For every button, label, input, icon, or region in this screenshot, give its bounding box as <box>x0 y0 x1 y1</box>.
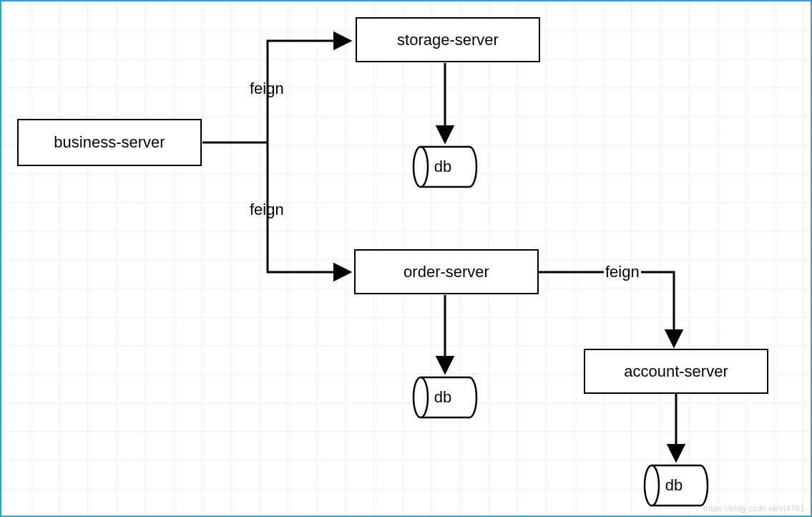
edge-label-feign-top: feign <box>250 79 284 98</box>
watermark: https://blog.csdn.net/j4761 <box>703 504 805 513</box>
db-order: db <box>412 375 478 420</box>
edge-label-feign-bottom: feign <box>250 200 284 219</box>
node-label: order-server <box>403 263 489 281</box>
db-account: db <box>643 463 709 508</box>
db-storage: db <box>412 145 478 189</box>
diagram-canvas: business-server storage-server order-ser… <box>0 0 812 517</box>
svg-point-5 <box>414 377 428 417</box>
node-label: storage-server <box>397 31 499 49</box>
node-label: account-server <box>624 362 728 381</box>
svg-point-8 <box>645 465 659 506</box>
node-storage-server: storage-server <box>356 17 540 62</box>
db-label: db <box>434 388 451 407</box>
node-label: business-server <box>54 133 165 152</box>
db-label: db <box>434 158 451 176</box>
db-label: db <box>665 476 683 495</box>
node-account-server: account-server <box>584 349 768 394</box>
node-order-server: order-server <box>354 249 539 294</box>
node-business-server: business-server <box>17 119 202 166</box>
edge-label-feign-right: feign <box>604 263 641 281</box>
svg-point-2 <box>414 147 428 187</box>
